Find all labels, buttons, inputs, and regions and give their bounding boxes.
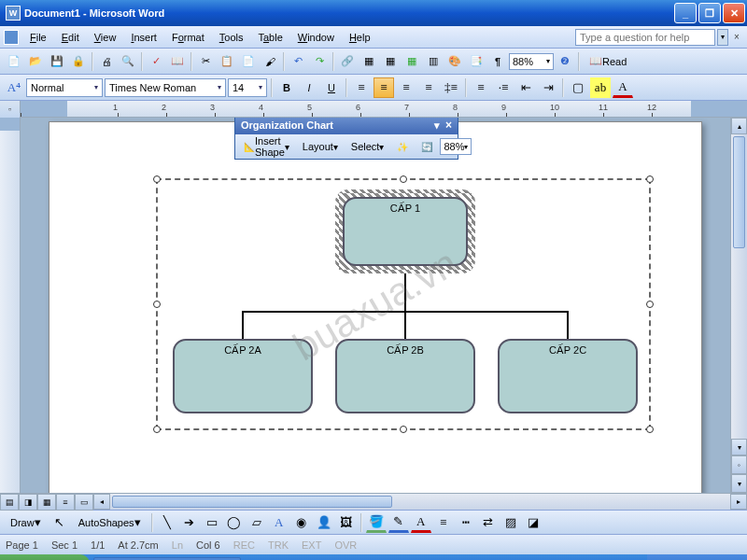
numbering-button[interactable]: ≡ — [471, 77, 491, 98]
paste-icon[interactable]: 📄 — [238, 51, 259, 72]
tables-borders-icon[interactable]: ▦ — [359, 51, 379, 72]
justify-button[interactable]: ≡ — [418, 77, 439, 98]
highlight-button[interactable]: ab — [590, 77, 611, 98]
scroll-thumb-h[interactable] — [112, 496, 392, 508]
menubar-close-icon[interactable]: × — [730, 29, 743, 46]
maximize-button[interactable]: ❐ — [698, 3, 721, 23]
fill-color-icon[interactable]: 🪣 — [366, 512, 387, 533]
fontsize-combo[interactable]: 14▾ — [228, 78, 267, 97]
indent-button[interactable]: ⇥ — [538, 77, 558, 98]
scroll-right-icon[interactable]: ▸ — [730, 494, 747, 510]
help-dropdown[interactable]: ▾ — [717, 29, 728, 46]
menu-table[interactable]: Table — [250, 30, 289, 45]
show-hide-icon[interactable]: ¶ — [487, 51, 508, 72]
new-doc-icon[interactable]: 📄 — [4, 51, 24, 72]
org-node-top-selected[interactable]: CẤP 1 — [335, 189, 475, 273]
autoformat-icon[interactable]: ✨ — [391, 137, 414, 156]
drawing-icon[interactable]: 🎨 — [444, 51, 465, 72]
textbox-icon[interactable]: ▱ — [247, 512, 267, 533]
rectangle-icon[interactable]: ▭ — [202, 512, 222, 533]
status-rec[interactable]: REC — [233, 539, 255, 551]
help-input[interactable] — [575, 29, 715, 46]
docmap-icon[interactable]: 📑 — [466, 51, 486, 72]
minimize-button[interactable]: _ — [674, 3, 697, 23]
resize-handle[interactable] — [153, 426, 161, 433]
org-node-2a[interactable]: CẤP 2A — [173, 339, 313, 413]
document-canvas[interactable]: Organization Chart ▾ × 📐Insert Shape ▾ L… — [21, 118, 730, 493]
line-spacing-button[interactable]: ‡≡ — [441, 77, 461, 98]
scroll-left-icon[interactable]: ◂ — [93, 494, 110, 510]
hyperlink-icon[interactable]: 🔗 — [337, 51, 358, 72]
resize-handle[interactable] — [400, 175, 407, 183]
select-button[interactable]: Select ▾ — [345, 137, 390, 156]
reading-view-icon[interactable]: ▭ — [75, 494, 93, 511]
web-view-icon[interactable]: ◨ — [19, 494, 37, 511]
status-trk[interactable]: TRK — [268, 539, 289, 551]
redo-icon[interactable]: ↷ — [309, 51, 330, 72]
line-style-icon[interactable]: ≡ — [433, 512, 454, 533]
menu-file[interactable]: File — [22, 30, 54, 45]
dash-style-icon[interactable]: ┅ — [456, 512, 476, 533]
select-objects-icon[interactable]: ↖ — [49, 512, 70, 533]
scroll-up-icon[interactable]: ▴ — [731, 118, 747, 134]
align-left-button[interactable]: ≡ — [351, 77, 372, 98]
orgchart-toolbar-header[interactable]: Organization Chart ▾ × — [235, 118, 458, 134]
orgchart-toolbar[interactable]: Organization Chart ▾ × 📐Insert Shape ▾ L… — [234, 118, 458, 160]
shadow-icon[interactable]: ▨ — [500, 512, 521, 533]
draw-menu[interactable]: Draw ▾ — [4, 512, 48, 533]
cut-icon[interactable]: ✂ — [195, 51, 216, 72]
normal-view-icon[interactable]: ▤ — [0, 494, 19, 511]
menu-view[interactable]: View — [87, 30, 124, 45]
system-tray[interactable]: ◉ V 12:20 PM — [647, 554, 747, 560]
resize-handle[interactable] — [646, 301, 654, 308]
orgchart-toolbar-close-icon[interactable]: × — [445, 119, 452, 132]
font-combo[interactable]: Times New Roman▾ — [105, 78, 226, 97]
wordart-icon[interactable]: A — [269, 512, 289, 533]
undo-icon[interactable]: ↶ — [288, 51, 308, 72]
menu-window[interactable]: Window — [290, 30, 342, 45]
font-color-button[interactable]: A — [613, 77, 633, 98]
permission-icon[interactable]: 🔒 — [68, 51, 89, 72]
org-node-2c[interactable]: CẤP 2C — [498, 339, 638, 413]
bold-button[interactable]: B — [276, 77, 297, 98]
insert-table-icon[interactable]: ▦ — [380, 51, 401, 72]
style-combo[interactable]: Normal▾ — [26, 78, 103, 97]
insert-shape-button[interactable]: 📐Insert Shape ▾ — [238, 137, 295, 156]
help-icon[interactable]: ❷ — [555, 51, 575, 72]
read-button[interactable]: 📖 Read — [583, 51, 633, 72]
line-icon[interactable]: ╲ — [157, 512, 177, 533]
zoom-combo[interactable]: 88%▾ — [509, 53, 554, 70]
status-ovr[interactable]: OVR — [334, 539, 357, 551]
format-painter-icon[interactable]: 🖌 — [260, 51, 280, 72]
resize-handle[interactable] — [646, 426, 654, 433]
arrow-icon[interactable]: ➔ — [179, 512, 200, 533]
outline-view-icon[interactable]: ≡ — [56, 494, 75, 511]
start-button[interactable]: start — [0, 554, 90, 560]
copy-icon[interactable]: 📋 — [217, 51, 237, 72]
menu-edit[interactable]: Edit — [54, 30, 87, 45]
next-page-icon[interactable]: ▾ — [731, 474, 747, 493]
clipart-icon[interactable]: 👤 — [314, 512, 334, 533]
ruler-horizontal[interactable]: 1123456789101112 — [21, 101, 747, 118]
line-color-icon[interactable]: ✎ — [388, 512, 409, 533]
resize-handle[interactable] — [153, 175, 161, 183]
columns-icon[interactable]: ▥ — [423, 51, 444, 72]
orgchart-zoom[interactable]: 88%▾ — [440, 138, 472, 155]
italic-button[interactable]: I — [299, 77, 319, 98]
menu-insert[interactable]: Insert — [123, 30, 164, 45]
print-preview-icon[interactable]: 🔍 — [118, 51, 138, 72]
scroll-down-icon[interactable]: ▾ — [731, 439, 747, 455]
status-ext[interactable]: EXT — [302, 539, 321, 551]
outdent-button[interactable]: ⇤ — [515, 77, 536, 98]
research-icon[interactable]: 📖 — [167, 51, 188, 72]
resize-handle[interactable] — [400, 426, 407, 433]
text-wrap-icon[interactable]: 🔄 — [416, 137, 438, 156]
resize-handle[interactable] — [646, 175, 654, 183]
scrollbar-vertical[interactable]: ▴ ▾ ◦ ▾ — [730, 118, 747, 493]
arrow-style-icon[interactable]: ⇄ — [478, 512, 499, 533]
menu-format[interactable]: Format — [164, 30, 212, 45]
3d-icon[interactable]: ◪ — [523, 512, 543, 533]
print-icon[interactable]: 🖨 — [96, 51, 117, 72]
orgchart-canvas[interactable]: CẤP 1 CẤP 2A CẤP 2B CẤP 2C — [156, 178, 651, 430]
prev-page-icon[interactable]: ◦ — [731, 455, 747, 474]
